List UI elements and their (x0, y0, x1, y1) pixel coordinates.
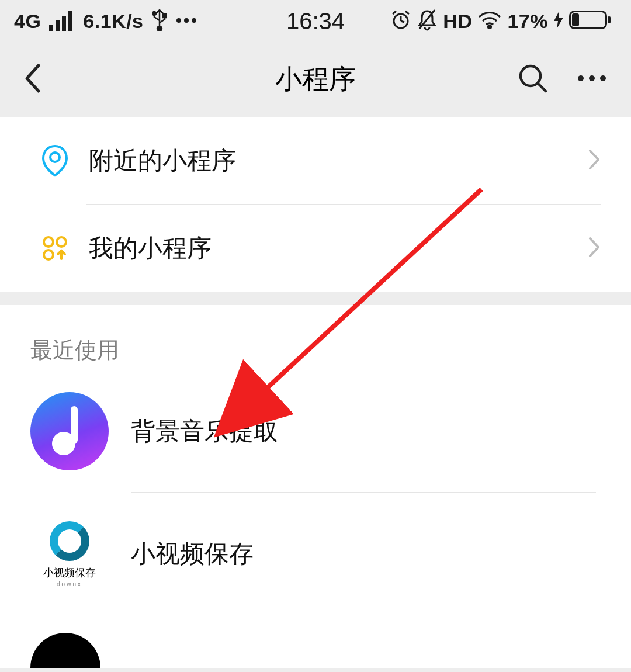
recent-app-row[interactable]: 背景音乐提取 (0, 370, 631, 493)
usb-icon (152, 9, 167, 33)
signal-icon (49, 11, 75, 31)
recent-section: 最近使用 背景音乐提取 小视频保存 downx 小视频保存 (0, 305, 631, 668)
more-button[interactable] (576, 74, 608, 85)
back-button[interactable] (23, 63, 41, 96)
location-icon (30, 144, 79, 177)
svg-point-28 (44, 237, 53, 247)
video-icon-caption: 小视频保存 (43, 566, 96, 580)
svg-rect-2 (62, 16, 66, 31)
svg-point-33 (52, 432, 75, 455)
nearby-label: 附近的小程序 (89, 144, 588, 177)
recent-app-label: 小视频保存 (131, 538, 601, 570)
svg-line-15 (405, 11, 409, 14)
svg-rect-20 (572, 13, 579, 26)
top-menu-group: 附近的小程序 我的小程序 (0, 117, 631, 292)
my-mini-programs-row[interactable]: 我的小程序 (0, 205, 631, 292)
recent-app-label: 背景音乐提取 (131, 415, 601, 448)
apps-icon (30, 234, 79, 262)
svg-point-30 (44, 250, 53, 259)
nearby-mini-programs-row[interactable]: 附近的小程序 (0, 117, 631, 205)
svg-point-25 (589, 75, 595, 81)
battery-percent: 17% (507, 10, 548, 33)
svg-point-26 (600, 75, 606, 81)
svg-point-10 (192, 18, 196, 23)
svg-rect-3 (68, 11, 72, 31)
search-button[interactable] (518, 63, 548, 96)
page-title: 小程序 (275, 61, 356, 98)
recent-app-row[interactable] (0, 615, 631, 668)
wifi-icon (478, 11, 501, 31)
video-icon-sub: downx (57, 581, 82, 587)
dark-app-icon (30, 633, 100, 668)
alarm-icon (390, 9, 411, 33)
section-spacer (0, 292, 631, 305)
status-bar: 4G 6.1K/s 16:34 HD 17% (0, 0, 631, 42)
mine-label: 我的小程序 (89, 232, 588, 265)
svg-point-27 (50, 153, 60, 162)
svg-rect-21 (608, 16, 611, 23)
speed-label: 6.1K/s (83, 10, 143, 33)
recent-app-row[interactable]: 小视频保存 downx 小视频保存 (0, 493, 631, 615)
svg-point-17 (488, 26, 491, 29)
svg-point-8 (176, 18, 181, 23)
more-dots-icon (175, 16, 197, 26)
network-label: 4G (14, 10, 41, 33)
recent-header: 最近使用 (0, 305, 631, 370)
svg-point-5 (152, 12, 156, 15)
svg-rect-0 (49, 25, 53, 31)
video-app-icon: 小视频保存 downx (30, 515, 109, 593)
svg-point-24 (578, 75, 584, 81)
clock-time: 16:34 (286, 8, 345, 34)
svg-rect-1 (56, 20, 60, 31)
svg-point-29 (57, 237, 66, 247)
mute-icon (417, 9, 437, 33)
svg-rect-6 (163, 14, 167, 18)
svg-point-7 (157, 26, 162, 31)
charging-icon (554, 11, 563, 31)
svg-line-14 (393, 11, 396, 14)
svg-line-23 (538, 84, 546, 91)
svg-marker-18 (554, 11, 563, 29)
music-app-icon (30, 392, 109, 470)
hd-label: HD (443, 10, 472, 33)
chevron-right-icon (588, 148, 601, 173)
svg-point-9 (184, 18, 189, 23)
nav-bar: 小程序 (0, 42, 631, 117)
chevron-right-icon (588, 236, 601, 261)
svg-line-13 (401, 21, 404, 22)
battery-icon (569, 11, 611, 32)
